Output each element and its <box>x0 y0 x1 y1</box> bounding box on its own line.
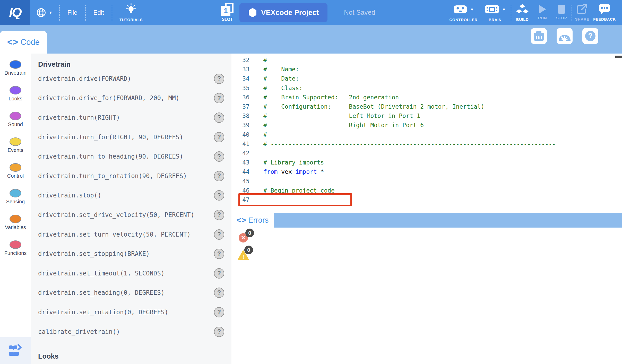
code-line[interactable]: 39# Right Motor in Port 6 <box>231 120 622 130</box>
scrollbar-thumb[interactable] <box>615 56 622 58</box>
code-line[interactable]: 37# Configuration: BaseBot (Drivetrain 2… <box>231 102 622 111</box>
device-manager-button[interactable] <box>531 28 547 44</box>
command-help-button[interactable]: ? <box>214 151 224 162</box>
feedback-label: FEEDBACK <box>593 17 616 21</box>
command-row[interactable]: drivetrain.set_rotation(0, DEGREES) ? <box>31 302 231 322</box>
command-help-button[interactable]: ? <box>214 268 224 279</box>
dashboard-button[interactable] <box>557 28 573 44</box>
command-text[interactable]: drivetrain.set_timeout(1, SECONDS) <box>38 270 165 277</box>
tab-code[interactable]: <> Code <box>0 31 47 54</box>
code-editor[interactable]: 32# 33# Name: 34# Date: 35# Class: 36# B… <box>231 54 622 213</box>
controller-button[interactable]: ▼ CONTROLLER <box>447 0 480 25</box>
command-row[interactable]: drivetrain.set_timeout(1, SECONDS) ? <box>31 264 231 283</box>
category-sensing[interactable]: Sensing <box>0 189 31 215</box>
command-text[interactable]: drivetrain.set_rotation(0, DEGREES) <box>38 309 168 316</box>
command-row[interactable]: drivetrain.set_drive_velocity(50, PERCEN… <box>31 205 231 225</box>
command-help-button[interactable]: ? <box>214 229 224 240</box>
command-text[interactable]: drivetrain.set_stopping(BRAKE) <box>38 250 150 257</box>
code-line[interactable]: 40# <box>231 130 622 139</box>
command-row[interactable]: drivetrain.set_stopping(BRAKE) ? <box>31 244 231 264</box>
category-events[interactable]: Events <box>0 137 31 163</box>
code-line[interactable]: 42 <box>231 149 622 158</box>
device-actions: ▼ CONTROLLER ▼ BRAIN <box>447 0 617 25</box>
code-line[interactable]: 32# <box>231 55 622 65</box>
drivetrain-color-icon <box>10 60 21 69</box>
command-row[interactable]: drivetrain.set_turn_velocity(50, PERCENT… <box>31 225 231 244</box>
command-help-button[interactable]: ? <box>214 74 224 84</box>
command-help-button[interactable]: ? <box>214 190 224 201</box>
code-line[interactable]: 34# Date: <box>231 74 622 83</box>
share-button[interactable]: SHARE <box>573 0 592 25</box>
build-button[interactable]: BUILD <box>512 0 533 25</box>
command-row[interactable]: drivetrain.drive(FORWARD) ? <box>31 69 231 89</box>
brain-button[interactable]: ▼ BRAIN <box>480 0 510 25</box>
code-line[interactable]: 33# Name: <box>231 65 622 74</box>
category-sound[interactable]: Sound <box>0 112 31 137</box>
code-line[interactable]: 43# Library imports <box>231 158 622 167</box>
help-button[interactable]: ? <box>582 28 598 44</box>
command-text[interactable]: drivetrain.set_drive_velocity(50, PERCEN… <box>38 211 194 219</box>
command-help-button[interactable]: ? <box>214 171 224 181</box>
code-line[interactable]: 41# ------------------------------------… <box>231 139 622 149</box>
command-help-button[interactable]: ? <box>214 249 224 259</box>
category-drivetrain[interactable]: Drivetrain <box>0 60 31 86</box>
command-text[interactable]: drivetrain.drive_for(FORWARD, 200, MM) <box>38 94 179 102</box>
events-color-icon <box>10 137 21 146</box>
project-group: 1 SLOT VEXcode Project Not Saved <box>219 0 375 25</box>
command-text[interactable]: drivetrain.drive(FORWARD) <box>38 75 131 82</box>
feedback-button[interactable]: FEEDBACK <box>592 0 617 25</box>
language-menu[interactable]: ▼ <box>30 0 59 25</box>
command-text[interactable]: drivetrain.stop() <box>38 192 101 199</box>
controller-label: CONTROLLER <box>449 18 477 22</box>
command-row[interactable]: drivetrain.set_heading(0, DEGREES) ? <box>31 283 231 303</box>
functions-color-icon <box>10 240 21 249</box>
category-control[interactable]: Control <box>0 163 31 189</box>
section-header-drivetrain: Drivetrain <box>38 60 231 69</box>
stop-button[interactable]: STOP <box>552 0 571 25</box>
tab-errors[interactable]: <> Errors <box>231 213 274 228</box>
file-menu[interactable]: File <box>60 0 85 25</box>
editor-column: 32# 33# Name: 34# Date: 35# Class: 36# B… <box>231 54 622 364</box>
edit-menu[interactable]: Edit <box>86 0 111 25</box>
command-help-button[interactable]: ? <box>214 288 224 298</box>
tutorials-button[interactable]: TUTORIALS <box>113 0 149 25</box>
sensing-color-icon <box>10 189 21 197</box>
command-help-button[interactable]: ? <box>214 327 224 337</box>
command-row[interactable]: drivetrain.turn_for(RIGHT, 90, DEGREES) … <box>31 127 231 147</box>
command-row[interactable]: drivetrain.stop() ? <box>31 186 231 205</box>
command-row[interactable]: drivetrain.turn(RIGHT) ? <box>31 108 231 127</box>
command-text[interactable]: drivetrain.turn_to_rotation(90, DEGREES) <box>38 172 187 180</box>
command-row[interactable]: drivetrain.turn_to_heading(90, DEGREES) … <box>31 147 231 166</box>
command-row[interactable]: drivetrain.turn_to_rotation(90, DEGREES)… <box>31 166 231 186</box>
command-help-button[interactable]: ? <box>214 210 224 220</box>
command-help-button[interactable]: ? <box>214 132 224 142</box>
category-looks[interactable]: Looks <box>0 86 31 112</box>
command-text[interactable]: drivetrain.turn(RIGHT) <box>38 114 120 121</box>
project-name-button[interactable]: VEXcode Project <box>239 3 327 22</box>
menu-divider <box>59 5 60 21</box>
run-button[interactable]: RUN <box>533 0 552 25</box>
command-text[interactable]: drivetrain.turn_to_heading(90, DEGREES) <box>38 153 183 160</box>
command-row[interactable]: drivetrain.drive_for(FORWARD, 200, MM) ? <box>31 89 231 108</box>
category-functions[interactable]: Functions <box>0 240 31 266</box>
editor-scrollbar[interactable] <box>615 54 622 213</box>
category-variables[interactable]: Variables <box>0 215 31 240</box>
code-line[interactable]: 45 <box>231 176 622 186</box>
command-text[interactable]: drivetrain.turn_for(RIGHT, 90, DEGREES) <box>38 134 183 141</box>
caret-down-icon: ▼ <box>49 11 53 14</box>
command-text[interactable]: drivetrain.set_turn_velocity(50, PERCENT… <box>38 231 191 238</box>
code-line[interactable]: 38# Left Motor in Port 1 <box>231 111 622 120</box>
code-line[interactable]: 35# Class: <box>231 83 622 93</box>
command-row[interactable]: calibrate_drivetrain() ? <box>31 322 231 342</box>
command-help-button[interactable]: ? <box>214 93 224 103</box>
command-help-button[interactable]: ? <box>214 307 224 317</box>
slot-button[interactable]: 1 SLOT <box>219 3 235 22</box>
code-line[interactable]: 36# Brain Supported: 2nd generation <box>231 93 622 102</box>
command-text[interactable]: calibrate_drivetrain() <box>38 328 120 335</box>
command-help-button[interactable]: ? <box>214 112 224 123</box>
project-name: VEXcode Project <box>261 8 319 17</box>
command-row-clipped[interactable]: ? <box>31 361 231 364</box>
code-line[interactable]: 44from vex import * <box>231 167 622 176</box>
switch-to-blocks-button[interactable] <box>0 337 31 364</box>
command-text[interactable]: drivetrain.set_heading(0, DEGREES) <box>38 289 165 296</box>
